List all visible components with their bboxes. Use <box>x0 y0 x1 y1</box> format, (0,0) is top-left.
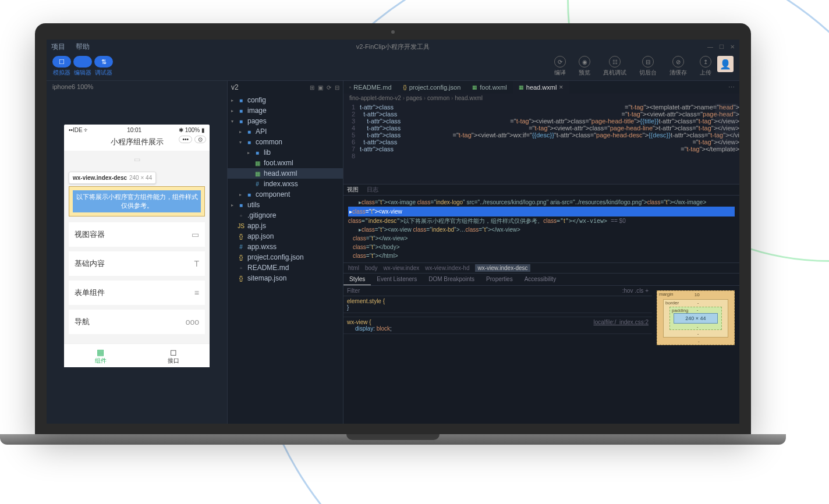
tree-node-index.wxss[interactable]: #index.wxss <box>228 179 343 189</box>
tree-node-common[interactable]: ▾■common <box>228 137 343 147</box>
refresh-icon[interactable]: ⟳ <box>327 84 331 91</box>
new-file-icon[interactable]: ⊞ <box>310 84 314 91</box>
styles-tab-Properties[interactable]: Properties <box>480 274 519 285</box>
maximize-icon[interactable]: ☐ <box>719 44 724 50</box>
action-真机调试[interactable]: ☷真机调试 <box>603 56 626 77</box>
breadcrumb[interactable]: pages <box>406 95 427 101</box>
tabs-more-icon[interactable]: ⋯ <box>724 84 739 91</box>
tree-node-component[interactable]: ▸■component <box>228 189 343 200</box>
tree-node-image[interactable]: ▸■image <box>228 105 343 116</box>
tree-node-app.js[interactable]: JSapp.js <box>228 221 343 231</box>
simulator-panel: iphone6 100% ••IDE ᯤ 10:01 ✱ 100% ▮ 小程序组… <box>47 81 227 424</box>
action-切后台[interactable]: ⊟切后台 <box>639 56 657 77</box>
dom-crumb[interactable]: html <box>348 265 359 271</box>
tree-node-project.config.json[interactable]: {}project.config.json <box>228 252 343 262</box>
tree-node-sitemap.json[interactable]: {}sitemap.json <box>228 273 343 283</box>
tree-node-.gitignore[interactable]: ▫.gitignore <box>228 210 343 221</box>
mode-0[interactable]: ☐模拟器 <box>52 56 71 77</box>
list-item[interactable]: 导航ooo <box>69 310 205 334</box>
tree-node-pages[interactable]: ▾■pages <box>228 116 343 126</box>
minimap[interactable] <box>715 104 738 150</box>
capsule-close-icon[interactable]: ⊙ <box>194 136 206 143</box>
phone-tab-组件[interactable]: ▦组件 <box>64 344 137 367</box>
list-item[interactable]: 表单组件≡ <box>69 281 205 305</box>
code-editor[interactable]: 1t-attr">class="t-tag"><template t-attr"… <box>343 102 739 184</box>
highlighted-element[interactable]: 以下将展示小程序官方组件能力，组件样式仅供参考。 <box>69 186 205 216</box>
inspect-tooltip: wx-view.index-desc240 × 44 <box>69 172 156 184</box>
phone-status-left: ••IDE ᯤ <box>69 127 90 133</box>
ide-window: 项目 帮助 v2-FinClip小程序开发工具 — ☐ ✕ ☐模拟器 编辑器 ⇅… <box>47 40 739 424</box>
dom-tree[interactable]: ▸class="t"><wx-image class="index-logo" … <box>343 196 739 262</box>
simulator-device-label: iphone6 100% <box>47 81 227 93</box>
laptop-camera <box>391 30 395 34</box>
styles-tab-Event Listeners[interactable]: Event Listeners <box>371 274 423 285</box>
styles-tab-Styles[interactable]: Styles <box>343 274 371 285</box>
menubar: 项目 帮助 v2-FinClip小程序开发工具 — ☐ ✕ <box>47 40 739 54</box>
window-controls: — ☐ ✕ <box>707 44 735 50</box>
phone-page-title: 小程序组件展示 <box>111 137 164 146</box>
tree-node-app.json[interactable]: {}app.json <box>228 231 343 242</box>
action-编译[interactable]: ⟳编译 <box>554 56 566 77</box>
laptop-frame: 项目 帮助 v2-FinClip小程序开发工具 — ☐ ✕ ☐模拟器 编辑器 ⇅… <box>35 23 751 445</box>
styles-filter-controls[interactable]: :hov .cls + <box>622 288 649 294</box>
action-上传[interactable]: ↥上传 <box>700 56 711 77</box>
editor-tab-README.md[interactable]: ▫ README.md <box>343 81 398 94</box>
tree-node-lib[interactable]: ▸■lib <box>228 147 343 158</box>
action-清缓存[interactable]: ⊘清缓存 <box>669 56 687 77</box>
simulator-device: ••IDE ᯤ 10:01 ✱ 100% ▮ 小程序组件展示 ••• ⊙ <box>64 125 210 367</box>
styles-tab-Accessibility[interactable]: Accessibility <box>519 274 562 285</box>
tree-node-API[interactable]: ▸■API <box>228 126 343 137</box>
toolbar: ☐模拟器 编辑器 ⇅调试器 ⟳编译 ◉预览 ☷真机调试 ⊟切后台 ⊘清缓存 ↥上… <box>47 54 739 80</box>
tree-node-README.md[interactable]: ▫README.md <box>228 262 343 273</box>
list-item[interactable]: 基础内容T <box>69 251 205 276</box>
close-icon[interactable]: ✕ <box>730 44 735 50</box>
editor-column: ▫ README.md {} project.config.json ▦ foo… <box>343 81 739 424</box>
styles-tab-DOM Breakpoints[interactable]: DOM Breakpoints <box>423 274 480 285</box>
avatar[interactable]: 👤 <box>717 56 734 72</box>
dom-breadcrumb[interactable]: htmlbodywx-view.indexwx-view.index-hdwx-… <box>343 262 739 274</box>
dom-crumb[interactable]: wx-view.index <box>384 265 420 271</box>
editor-tab-project.config.json[interactable]: {} project.config.json <box>398 81 467 94</box>
styles-filter-input[interactable]: Filter <box>347 288 360 294</box>
devtools-tab-log[interactable]: 日志 <box>367 186 378 194</box>
breadcrumb[interactable]: head.wxml <box>455 95 483 101</box>
file-explorer: v2 ⊞ ▣ ⟳ ⊟ ▸■config ▸■image ▾■pages ▸■AP… <box>227 81 343 424</box>
box-model-content: 240 × 44 <box>674 313 718 324</box>
editor-tab-foot.wxml[interactable]: ▦ foot.wxml <box>466 81 512 94</box>
dom-crumb[interactable]: wx-view.index-hd <box>425 265 469 271</box>
dom-crumb[interactable]: body <box>365 265 378 271</box>
styles-pane[interactable]: Filter :hov .cls + element.style {}</spa… <box>343 286 652 424</box>
tree-node-config[interactable]: ▸■config <box>228 95 343 105</box>
mode-2[interactable]: ⇅调试器 <box>94 56 113 77</box>
phone-status-right: ✱ 100% ▮ <box>179 127 205 133</box>
tree-node-head.wxml[interactable]: ▦head.wxml <box>228 168 343 179</box>
collapse-icon[interactable]: ⊟ <box>335 84 339 91</box>
box-model: margin 10 border - padding - 240 × 4 <box>652 286 739 424</box>
main-split: iphone6 100% ••IDE ᯤ 10:01 ✱ 100% ▮ 小程序组… <box>47 80 739 424</box>
window-title: v2-FinClip小程序开发工具 <box>356 42 430 51</box>
list-item[interactable]: 视图容器▭ <box>69 222 205 247</box>
devtools: 视图 日志 ▸class="t"><wx-image class="index-… <box>343 184 739 424</box>
menu-project[interactable]: 项目 <box>51 42 65 52</box>
tree-node-utils[interactable]: ▸■utils <box>228 200 343 210</box>
devtools-tab-view[interactable]: 视图 <box>347 186 359 194</box>
tree-node-foot.wxml[interactable]: ▦foot.wxml <box>228 158 343 168</box>
explorer-root[interactable]: v2 <box>231 83 239 91</box>
tree-node-app.wxss[interactable]: #app.wxss <box>228 242 343 252</box>
phone-status-time: 10:01 <box>127 127 141 133</box>
mode-1[interactable]: 编辑器 <box>73 56 92 77</box>
editor-tab-head.wxml[interactable]: ▦ head.wxml✕ <box>513 81 570 94</box>
menu-help[interactable]: 帮助 <box>76 42 90 52</box>
minimize-icon[interactable]: — <box>707 44 713 50</box>
action-预览[interactable]: ◉预览 <box>579 56 590 77</box>
new-folder-icon[interactable]: ▣ <box>318 84 323 91</box>
breadcrumb[interactable]: fino-applet-demo-v2 <box>349 95 406 101</box>
breadcrumb[interactable]: common <box>427 95 455 101</box>
capsule-more-icon[interactable]: ••• <box>179 136 192 143</box>
phone-tab-接口[interactable]: ◻接口 <box>137 344 210 367</box>
dom-crumb[interactable]: wx-view.index-desc <box>475 264 530 272</box>
